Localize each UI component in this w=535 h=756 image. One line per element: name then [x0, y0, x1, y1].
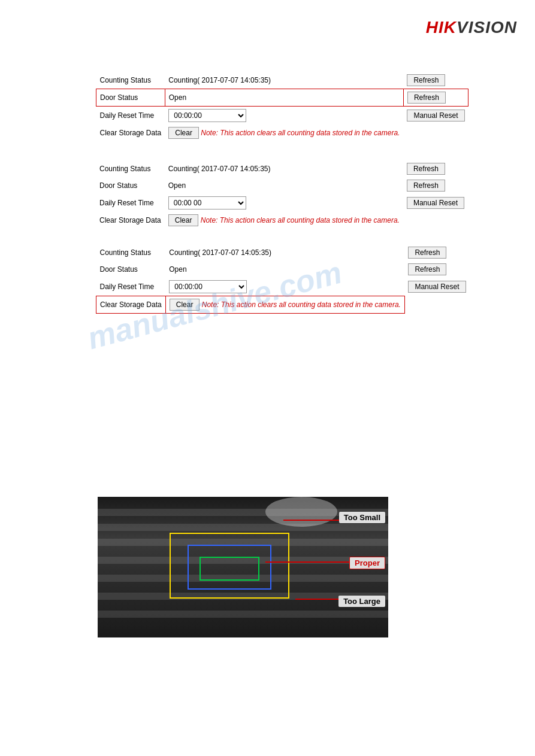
table-row: Clear Storage Data Clear Note: This acti… — [96, 125, 468, 141]
camera-image: Too Small Proper Too Large — [98, 497, 388, 637]
refresh-cell-door-2: Refresh — [403, 177, 468, 194]
clear-button-1[interactable]: Clear — [168, 127, 199, 139]
time-select-3[interactable]: 00:00:00 — [169, 280, 247, 293]
logo-hik: HIK — [426, 18, 457, 37]
table-row: Daily Reset Time 00:00 00 Manual Reset — [96, 194, 468, 212]
refresh-cell-door-3: Refresh — [404, 261, 470, 278]
refresh-button-2[interactable]: Refresh — [407, 163, 445, 175]
clear-button-2[interactable]: Clear — [168, 214, 199, 226]
daily-reset-value-2: 00:00 00 — [165, 194, 403, 212]
door-status-label-3: Door Status — [96, 261, 166, 278]
manual-reset-button-2[interactable]: Manual Reset — [407, 197, 464, 209]
table-row: Clear Storage Data Clear Note: This acti… — [96, 212, 468, 229]
refresh-cell-1: Refresh — [403, 72, 468, 89]
proper-arrow — [265, 561, 355, 563]
time-select-1[interactable]: 00:00:00 — [168, 109, 246, 122]
clear-storage-label-1: Clear Storage Data — [96, 125, 165, 141]
counting-status-label-1: Counting Status — [96, 72, 165, 89]
refresh-button-3[interactable]: Refresh — [408, 247, 446, 259]
clear-storage-cell-2: Clear Note: This action clears all count… — [165, 212, 403, 229]
table-row: Counting Status Counting( 2017-07-07 14:… — [96, 72, 468, 89]
refresh-door-button-2[interactable]: Refresh — [407, 180, 445, 192]
manual-reset-button-1[interactable]: Manual Reset — [407, 110, 464, 122]
table-row: Daily Reset Time 00:00:00 Manual Reset — [96, 107, 468, 125]
clear-note-3: Note: This action clears all counting da… — [202, 300, 401, 309]
table-row: Door Status Open Refresh — [96, 89, 468, 107]
panel-2-table: Counting Status Counting( 2017-07-07 14:… — [96, 160, 468, 229]
proper-label: Proper — [349, 557, 385, 569]
table-row: Door Status Open Refresh — [96, 177, 468, 194]
door-status-value-3: Open — [165, 261, 404, 278]
refresh-cell-door-1: Refresh — [403, 89, 468, 107]
table-row: Door Status Open Refresh — [96, 261, 470, 278]
daily-reset-label-1: Daily Reset Time — [96, 107, 165, 125]
counting-status-value-3: Counting( 2017-07-07 14:05:35) — [165, 244, 404, 261]
logo-vision: VISION — [457, 18, 517, 37]
manual-reset-cell-2: Manual Reset — [403, 194, 468, 212]
clear-storage-label-2: Clear Storage Data — [96, 212, 165, 229]
refresh-cell-2: Refresh — [403, 160, 468, 177]
clear-storage-label-3: Clear Storage Data — [96, 296, 166, 314]
clear-note-2: Note: This action clears all counting da… — [201, 216, 400, 224]
manual-reset-cell-1: Manual Reset — [403, 107, 468, 125]
counting-status-label-3: Counting Status — [96, 244, 166, 261]
refresh-door-button-1[interactable]: Refresh — [407, 92, 446, 104]
green-rect — [200, 557, 259, 581]
manual-reset-button-3[interactable]: Manual Reset — [408, 281, 466, 293]
door-status-value-2: Open — [165, 177, 403, 194]
time-select-2[interactable]: 00:00 00 — [168, 196, 246, 210]
refresh-cell-3: Refresh — [404, 244, 470, 261]
counting-status-value-2: Counting( 2017-07-07 14:05:35) — [165, 160, 403, 177]
manual-reset-cell-3: Manual Reset — [404, 278, 470, 296]
cam-bar — [98, 524, 388, 531]
door-status-label-1: Door Status — [96, 89, 165, 107]
counting-status-label-2: Counting Status — [96, 160, 165, 177]
clear-storage-cell-3: Clear Note: This action clears all count… — [165, 296, 404, 314]
table-row: Counting Status Counting( 2017-07-07 14:… — [96, 244, 470, 261]
refresh-button-1[interactable]: Refresh — [407, 74, 445, 86]
table-row: Daily Reset Time 00:00:00 Manual Reset — [96, 278, 470, 296]
counting-status-value-1: Counting( 2017-07-07 14:05:35) — [165, 72, 403, 89]
clear-storage-cell-1: Clear Note: This action clears all count… — [165, 125, 403, 141]
daily-reset-label-3: Daily Reset Time — [96, 278, 166, 296]
hikvision-logo: HIKVISION — [426, 18, 517, 37]
clear-note-1: Note: This action clears all counting da… — [201, 129, 400, 137]
panel-2: Counting Status Counting( 2017-07-07 14:… — [96, 160, 395, 229]
panel-1: Counting Status Counting( 2017-07-07 14:… — [96, 72, 395, 141]
table-row: Counting Status Counting( 2017-07-07 14:… — [96, 160, 468, 177]
camera-background: Too Small Proper Too Large — [98, 497, 388, 637]
too-small-label: Too Small — [339, 512, 385, 523]
table-row: Clear Storage Data Clear Note: This acti… — [96, 296, 470, 314]
panel-3-table: Counting Status Counting( 2017-07-07 14:… — [96, 244, 470, 314]
daily-reset-value-1: 00:00:00 — [165, 107, 403, 125]
daily-reset-label-2: Daily Reset Time — [96, 194, 165, 212]
clear-button-3[interactable]: Clear — [170, 299, 200, 311]
panel-3: Counting Status Counting( 2017-07-07 14:… — [96, 244, 395, 314]
door-status-label-2: Door Status — [96, 177, 165, 194]
too-large-label: Too Large — [338, 596, 385, 607]
cam-highlight — [265, 497, 337, 527]
daily-reset-value-3: 00:00:00 — [165, 278, 404, 296]
door-status-value-1: Open — [165, 89, 403, 107]
panel-1-table: Counting Status Counting( 2017-07-07 14:… — [96, 72, 468, 141]
refresh-door-button-3[interactable]: Refresh — [408, 263, 446, 275]
cam-bar — [98, 611, 388, 618]
